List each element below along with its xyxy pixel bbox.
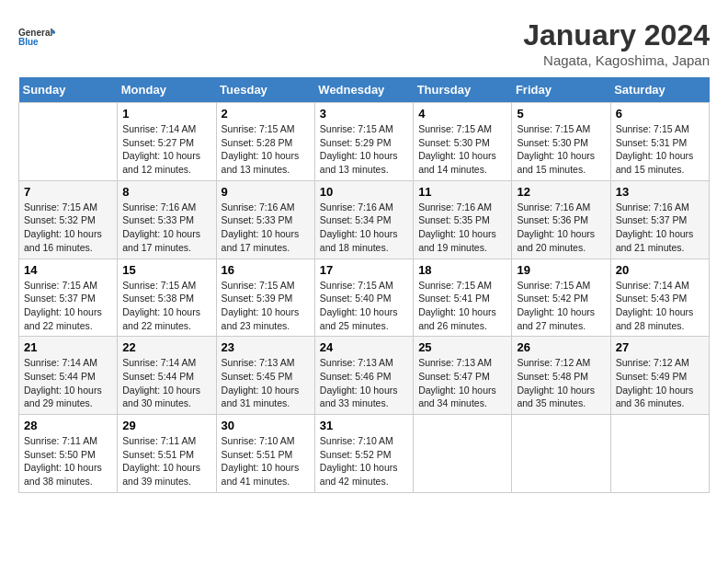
day-cell: 20Sunrise: 7:14 AMSunset: 5:43 PMDayligh… [610, 259, 709, 337]
day-info: Sunrise: 7:13 AMSunset: 5:45 PMDaylight:… [222, 356, 310, 410]
day-cell: 21Sunrise: 7:14 AMSunset: 5:44 PMDayligh… [19, 337, 118, 415]
day-number: 15 [122, 263, 210, 277]
day-cell: 10Sunrise: 7:16 AMSunset: 5:34 PMDayligh… [314, 180, 413, 259]
day-cell: 19Sunrise: 7:15 AMSunset: 5:42 PMDayligh… [512, 259, 610, 337]
day-number: 11 [418, 185, 506, 199]
day-cell: 15Sunrise: 7:15 AMSunset: 5:38 PMDayligh… [118, 259, 216, 337]
day-cell: 17Sunrise: 7:15 AMSunset: 5:40 PMDayligh… [314, 259, 413, 337]
day-info: Sunrise: 7:11 AMSunset: 5:50 PMDaylight:… [24, 434, 112, 488]
day-info: Sunrise: 7:15 AMSunset: 5:28 PMDaylight:… [222, 122, 310, 177]
day-info: Sunrise: 7:15 AMSunset: 5:30 PMDaylight:… [418, 122, 506, 177]
day-cell: 9Sunrise: 7:16 AMSunset: 5:33 PMDaylight… [216, 180, 314, 259]
day-number: 23 [222, 340, 310, 354]
day-number: 28 [24, 419, 112, 432]
day-number: 3 [320, 107, 408, 121]
day-number: 13 [616, 185, 704, 199]
day-number: 12 [517, 185, 605, 199]
day-info: Sunrise: 7:15 AMSunset: 5:37 PMDaylight:… [24, 279, 112, 333]
day-cell: 4Sunrise: 7:15 AMSunset: 5:30 PMDaylight… [414, 103, 512, 181]
day-cell [414, 415, 512, 493]
day-cell [610, 415, 709, 493]
week-row-2: 14Sunrise: 7:15 AMSunset: 5:37 PMDayligh… [19, 259, 710, 337]
day-number: 21 [24, 340, 112, 354]
day-info: Sunrise: 7:13 AMSunset: 5:46 PMDaylight:… [320, 356, 408, 410]
day-cell: 8Sunrise: 7:16 AMSunset: 5:33 PMDaylight… [118, 180, 216, 259]
day-cell: 25Sunrise: 7:13 AMSunset: 5:47 PMDayligh… [414, 337, 512, 415]
week-row-3: 21Sunrise: 7:14 AMSunset: 5:44 PMDayligh… [19, 337, 710, 415]
header-tuesday: Tuesday [216, 77, 314, 103]
day-info: Sunrise: 7:10 AMSunset: 5:52 PMDaylight:… [320, 434, 408, 488]
header: General Blue January 2024 Nagata, Kagosh… [18, 18, 710, 68]
day-info: Sunrise: 7:16 AMSunset: 5:36 PMDaylight:… [517, 201, 605, 255]
week-row-1: 7Sunrise: 7:15 AMSunset: 5:32 PMDaylight… [19, 180, 710, 259]
day-info: Sunrise: 7:15 AMSunset: 5:31 PMDaylight:… [616, 122, 704, 177]
week-row-4: 28Sunrise: 7:11 AMSunset: 5:50 PMDayligh… [19, 415, 710, 493]
header-monday: Monday [118, 77, 216, 103]
day-cell [19, 103, 118, 181]
day-number: 19 [517, 263, 605, 277]
day-cell: 11Sunrise: 7:16 AMSunset: 5:35 PMDayligh… [414, 180, 512, 259]
logo: General Blue [18, 18, 55, 55]
day-number: 17 [320, 263, 408, 277]
day-number: 1 [122, 107, 210, 121]
day-info: Sunrise: 7:14 AMSunset: 5:27 PMDaylight:… [122, 122, 210, 177]
day-info: Sunrise: 7:15 AMSunset: 5:29 PMDaylight:… [320, 122, 408, 177]
day-number: 20 [616, 263, 704, 277]
day-cell: 28Sunrise: 7:11 AMSunset: 5:50 PMDayligh… [19, 415, 118, 493]
week-row-0: 1Sunrise: 7:14 AMSunset: 5:27 PMDaylight… [19, 103, 710, 181]
day-cell: 31Sunrise: 7:10 AMSunset: 5:52 PMDayligh… [314, 415, 413, 493]
day-cell: 22Sunrise: 7:14 AMSunset: 5:44 PMDayligh… [118, 337, 216, 415]
svg-text:General: General [18, 28, 52, 38]
day-number: 8 [122, 185, 210, 199]
day-cell: 12Sunrise: 7:16 AMSunset: 5:36 PMDayligh… [512, 180, 610, 259]
day-cell: 13Sunrise: 7:16 AMSunset: 5:37 PMDayligh… [610, 180, 709, 259]
header-saturday: Saturday [610, 77, 709, 103]
day-info: Sunrise: 7:14 AMSunset: 5:43 PMDaylight:… [616, 279, 704, 333]
day-cell: 3Sunrise: 7:15 AMSunset: 5:29 PMDaylight… [314, 103, 413, 181]
day-info: Sunrise: 7:15 AMSunset: 5:38 PMDaylight:… [122, 279, 210, 333]
day-number: 31 [320, 419, 408, 432]
day-cell: 2Sunrise: 7:15 AMSunset: 5:28 PMDaylight… [216, 103, 314, 181]
day-info: Sunrise: 7:13 AMSunset: 5:47 PMDaylight:… [418, 356, 506, 410]
day-info: Sunrise: 7:12 AMSunset: 5:49 PMDaylight:… [616, 356, 704, 410]
day-cell [512, 415, 610, 493]
calendar-subtitle: Nagata, Kagoshima, Japan [523, 52, 710, 68]
day-info: Sunrise: 7:16 AMSunset: 5:33 PMDaylight:… [222, 201, 310, 255]
day-cell: 24Sunrise: 7:13 AMSunset: 5:46 PMDayligh… [314, 337, 413, 415]
day-number: 10 [320, 185, 408, 199]
calendar-title: January 2024 [523, 18, 710, 52]
day-info: Sunrise: 7:15 AMSunset: 5:42 PMDaylight:… [517, 279, 605, 333]
day-number: 7 [24, 185, 112, 199]
day-cell: 29Sunrise: 7:11 AMSunset: 5:51 PMDayligh… [118, 415, 216, 493]
logo-svg: General Blue [18, 18, 55, 55]
day-info: Sunrise: 7:16 AMSunset: 5:37 PMDaylight:… [616, 201, 704, 255]
day-cell: 23Sunrise: 7:13 AMSunset: 5:45 PMDayligh… [216, 337, 314, 415]
day-info: Sunrise: 7:12 AMSunset: 5:48 PMDaylight:… [517, 356, 605, 410]
header-thursday: Thursday [414, 77, 512, 103]
day-cell: 7Sunrise: 7:15 AMSunset: 5:32 PMDaylight… [19, 180, 118, 259]
header-wednesday: Wednesday [314, 77, 413, 103]
day-cell: 5Sunrise: 7:15 AMSunset: 5:30 PMDaylight… [512, 103, 610, 181]
day-number: 16 [222, 263, 310, 277]
day-info: Sunrise: 7:15 AMSunset: 5:39 PMDaylight:… [222, 279, 310, 333]
day-info: Sunrise: 7:16 AMSunset: 5:33 PMDaylight:… [122, 201, 210, 255]
day-info: Sunrise: 7:14 AMSunset: 5:44 PMDaylight:… [24, 356, 112, 410]
header-friday: Friday [512, 77, 610, 103]
day-number: 18 [418, 263, 506, 277]
svg-marker-2 [52, 29, 55, 34]
day-number: 26 [517, 340, 605, 354]
svg-text:Blue: Blue [18, 37, 39, 47]
day-cell: 18Sunrise: 7:15 AMSunset: 5:41 PMDayligh… [414, 259, 512, 337]
day-number: 5 [517, 107, 605, 121]
header-sunday: Sunday [19, 77, 118, 103]
day-number: 29 [122, 419, 210, 432]
day-info: Sunrise: 7:14 AMSunset: 5:44 PMDaylight:… [122, 356, 210, 410]
day-number: 14 [24, 263, 112, 277]
day-cell: 30Sunrise: 7:10 AMSunset: 5:51 PMDayligh… [216, 415, 314, 493]
calendar-table: SundayMondayTuesdayWednesdayThursdayFrid… [18, 77, 710, 493]
day-info: Sunrise: 7:11 AMSunset: 5:51 PMDaylight:… [122, 434, 210, 488]
calendar-header-row: SundayMondayTuesdayWednesdayThursdayFrid… [19, 77, 710, 103]
day-info: Sunrise: 7:15 AMSunset: 5:40 PMDaylight:… [320, 279, 408, 333]
day-info: Sunrise: 7:10 AMSunset: 5:51 PMDaylight:… [222, 434, 310, 488]
day-info: Sunrise: 7:16 AMSunset: 5:35 PMDaylight:… [418, 201, 506, 255]
